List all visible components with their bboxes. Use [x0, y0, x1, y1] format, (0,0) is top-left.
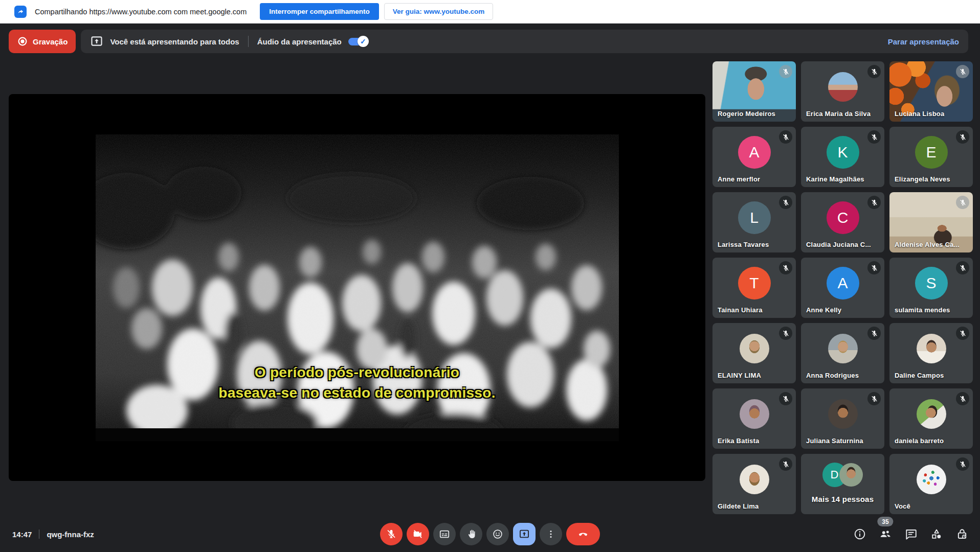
mic-muted-icon: [779, 457, 792, 471]
mic-muted-icon: [956, 196, 969, 209]
participant-name: Juliana Saturnina: [806, 437, 863, 445]
overflow-avatars: D: [822, 463, 863, 487]
mic-muted-icon: [956, 327, 969, 340]
participant-name: Anne Kelly: [806, 306, 841, 314]
photo-avatar: [740, 465, 769, 494]
participant-tile[interactable]: Juliana Saturnina: [801, 388, 884, 449]
letter-avatar: A: [827, 267, 859, 300]
mic-muted-icon: [867, 130, 881, 144]
presenting-label: Você está apresentando para todos: [110, 37, 239, 46]
mic-muted-icon: [779, 327, 792, 340]
participant-tile[interactable]: Daline Campos: [889, 323, 973, 383]
participant-name: Erica Maria da Silva: [806, 110, 871, 118]
tab-share-icon: [14, 6, 27, 18]
mic-muted-icon: [779, 65, 792, 78]
letter-avatar: A: [738, 136, 771, 169]
mic-muted-icon: [867, 196, 881, 209]
presentation-toolbar: Gravação Você está apresentando para tod…: [9, 30, 968, 53]
stop-sharing-button[interactable]: Interromper compartilhamento: [260, 3, 379, 20]
subtitle-line-2: baseava-se no estado de compromisso.: [96, 383, 619, 403]
participant-tile[interactable]: Anna Rodrigues: [801, 323, 884, 383]
meeting-code: qwg-fnna-fxz: [47, 530, 94, 539]
photo-avatar: [839, 463, 863, 487]
people-icon: [879, 527, 892, 541]
mic-muted-icon: [779, 196, 792, 209]
participant-tile[interactable]: K Karine Magalhães: [801, 127, 884, 187]
participant-tile[interactable]: E Elizangela Neves: [889, 127, 973, 187]
toggle-check-icon: ✓: [358, 36, 369, 47]
participant-tile[interactable]: Gildete Lima: [712, 454, 796, 514]
participant-name: ELAINY LIMA: [718, 372, 761, 379]
presentation-audio-toggle[interactable]: ✓: [348, 38, 368, 45]
end-call-icon: [577, 528, 589, 540]
participant-tile-video[interactable]: Rogerio Medeiros: [712, 61, 796, 122]
mic-muted-icon: [867, 327, 881, 340]
participant-tile[interactable]: C Claudia Juciana C...: [801, 192, 884, 252]
present-icon: [519, 528, 530, 540]
participant-tile[interactable]: A Anne Kelly: [801, 258, 884, 318]
host-controls-lock-icon: [955, 527, 969, 541]
participants-grid: Rogerio Medeiros Erica Maria da Silva Lu…: [712, 61, 973, 514]
chrome-share-bar: Compartilhando https://www.youtube.com c…: [0, 0, 980, 24]
activities-icon: [930, 527, 943, 541]
activities-button[interactable]: [930, 527, 943, 541]
camera-off-button[interactable]: [407, 523, 429, 545]
participant-tile[interactable]: S sulamita mendes: [889, 258, 973, 318]
participant-name: Claudia Juciana C...: [806, 241, 871, 248]
stop-presenting-link[interactable]: Parar apresentação: [888, 37, 959, 46]
participant-tile[interactable]: ELAINY LIMA: [712, 323, 796, 383]
mic-muted-icon: [779, 261, 792, 274]
captions-button[interactable]: [433, 523, 456, 545]
participant-tile[interactable]: Erica Maria da Silva: [801, 61, 884, 122]
letter-avatar: E: [915, 136, 948, 169]
recording-label: Gravação: [33, 37, 68, 46]
participant-tile-video[interactable]: Aldenise Alves Ca...: [889, 192, 973, 252]
video-subtitles: O período pós-revolucionário baseava-se …: [96, 362, 619, 403]
bottom-bar: 14:47 qwg-fnna-fxz 35: [0, 516, 980, 552]
present-button[interactable]: [513, 523, 536, 545]
participant-name: Elizangela Neves: [895, 175, 950, 183]
mic-muted-icon: [867, 65, 881, 78]
recording-badge: Gravação: [9, 30, 76, 53]
participant-tile[interactable]: A Anne merflor: [712, 127, 796, 187]
participant-name: Larissa Tavares: [718, 241, 769, 248]
end-call-button[interactable]: [566, 523, 600, 545]
participant-name: Mais 14 pessoas: [801, 495, 884, 503]
cc-icon: [439, 528, 450, 540]
photo-avatar: [740, 399, 769, 429]
participant-tile[interactable]: Erika Batista: [712, 388, 796, 449]
more-options-button[interactable]: [540, 523, 562, 545]
presentation-video-stage[interactable]: O período pós-revolucionário baseava-se …: [9, 94, 705, 481]
participant-name: Anne merflor: [718, 175, 760, 183]
more-vertical-icon: [545, 528, 556, 540]
letter-avatar: T: [738, 267, 771, 300]
share-status-text: Compartilhando https://www.youtube.com c…: [35, 8, 247, 16]
chat-button[interactable]: [904, 527, 918, 541]
participant-count-badge: 35: [877, 517, 893, 526]
cam-off-icon: [412, 528, 424, 540]
participant-name: Você: [895, 502, 910, 510]
letter-avatar: S: [915, 267, 948, 300]
mic-muted-icon: [956, 457, 969, 471]
view-tab-button[interactable]: Ver guia: www.youtube.com: [384, 3, 494, 20]
info-button[interactable]: [853, 527, 866, 541]
shared-video-frame: O período pós-revolucionário baseava-se …: [96, 134, 619, 441]
participant-tile-video[interactable]: Luciana Lisboa: [889, 61, 973, 122]
people-button[interactable]: 35: [879, 527, 892, 541]
meeting-info: 14:47 qwg-fnna-fxz: [12, 516, 94, 552]
divider: [39, 530, 39, 539]
divider: [248, 36, 249, 47]
photo-avatar: [917, 465, 946, 494]
more-participants-tile[interactable]: D Mais 14 pessoas: [801, 454, 884, 514]
subtitle-line-1: O período pós-revolucionário: [96, 362, 619, 383]
record-icon: [17, 36, 28, 47]
host-controls-button[interactable]: [955, 527, 969, 541]
reactions-button[interactable]: [486, 523, 509, 545]
participant-tile[interactable]: L Larissa Tavares: [712, 192, 796, 252]
participant-tile[interactable]: daniela barreto: [889, 388, 973, 449]
participant-tile[interactable]: T Tainan Uhiara: [712, 258, 796, 318]
photo-avatar: [828, 399, 858, 429]
raise-hand-button[interactable]: [460, 523, 482, 545]
mute-mic-button[interactable]: [380, 523, 403, 545]
participant-tile[interactable]: Você: [889, 454, 973, 514]
